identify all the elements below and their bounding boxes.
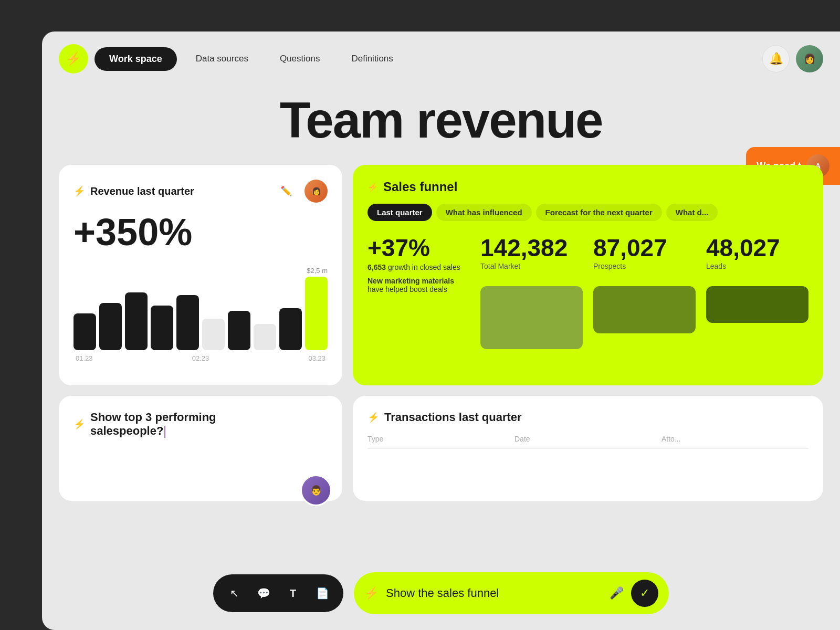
sf-metric-value-1: 142,382 <box>480 236 583 260</box>
nav-bar: ⚡ Work space Data sources Questions Defi… <box>42 32 840 86</box>
bar-item <box>74 313 96 350</box>
cursor-tool-button[interactable]: ↖ <box>220 580 248 607</box>
funnel-bar-3 <box>706 286 808 323</box>
nav-item-data-sources[interactable]: Data sources <box>183 47 261 70</box>
sf-metric-value-2: 87,027 <box>593 236 696 260</box>
tx-col-type: Type <box>368 435 514 443</box>
salespeople-title-row: ⚡ Show top 3 performingsalespeople? <box>74 411 328 438</box>
funnel-bar-2 <box>593 286 696 333</box>
sf-metric-value-0: +37% <box>368 236 470 260</box>
revenue-big-number: +350% <box>74 213 328 251</box>
user-avatar[interactable]: 👩 <box>796 45 823 72</box>
sf-metric-value-3: 48,027 <box>706 236 808 260</box>
search-bar[interactable]: ⚡ Show the sales funnel 🎤 ✓ <box>354 572 669 614</box>
sf-bolt-icon: ⚡ <box>368 182 378 192</box>
bolt-logo-icon: ⚡ <box>66 51 81 66</box>
sf-tab-influenced[interactable]: What has influenced <box>436 204 532 221</box>
tx-col-atto: Atto... <box>662 435 808 443</box>
tx-col-date: Date <box>514 435 662 443</box>
transactions-card: ⚡ Transactions last quarter Type Date At… <box>353 396 823 501</box>
sf-metric-label-1: Total Market <box>480 262 583 270</box>
sales-funnel-header: ⚡ Sales funnel <box>368 180 808 194</box>
text-tool-button[interactable]: T <box>279 580 307 607</box>
sf-metric-0: +37% 6,653 growth in closed sales New ma… <box>368 236 470 349</box>
search-input-text[interactable]: Show the sales funnel <box>386 586 602 600</box>
text-cursor <box>164 426 165 438</box>
logo-button[interactable]: ⚡ <box>59 44 88 74</box>
revenue-edit-icon[interactable]: ✏️ <box>280 185 292 197</box>
bar-item <box>228 311 250 350</box>
axis-label-2: 03.23 <box>308 354 326 362</box>
revenue-bolt-icon: ⚡ <box>74 185 85 197</box>
sales-funnel-title: Sales funnel <box>383 180 457 194</box>
search-bolt-icon: ⚡ <box>364 586 379 600</box>
search-confirm-button[interactable]: ✓ <box>631 580 658 607</box>
sales-funnel-metrics: +37% 6,653 growth in closed sales New ma… <box>368 236 808 349</box>
sf-metric-1: 142,382 Total Market <box>480 236 583 349</box>
toolbar-tools: ↖ 💬 T 📄 <box>213 574 343 612</box>
bar-item <box>305 277 328 350</box>
bar-item <box>176 295 199 350</box>
sf-growth-suffix: growth in closed sales <box>388 263 460 271</box>
sp-bolt-icon: ⚡ <box>74 418 85 430</box>
salespeople-title: Show top 3 performingsalespeople? <box>90 411 216 438</box>
bar-chart <box>74 277 328 350</box>
bar-item <box>254 324 276 350</box>
revenue-card: ⚡ Revenue last quarter ✏️ 👩 +350% $2,5 m… <box>59 165 342 385</box>
main-container: ⚡ Work space Data sources Questions Defi… <box>42 32 840 630</box>
chart-top-label: $2,5 m <box>74 267 328 275</box>
microphone-icon[interactable]: 🎤 <box>610 586 624 600</box>
nav-item-questions[interactable]: Questions <box>267 47 333 70</box>
bell-icon: 🔔 <box>769 52 783 66</box>
nav-item-definitions[interactable]: Definitions <box>339 47 405 70</box>
avatar-image: 👩 <box>796 45 823 72</box>
transactions-title-row: ⚡ Transactions last quarter <box>368 411 808 424</box>
sales-funnel-tabs: Last quarter What has influenced Forecas… <box>368 204 808 221</box>
bar-item <box>99 303 122 350</box>
sf-tab-other[interactable]: What d... <box>666 204 718 221</box>
workspace-tab[interactable]: Work space <box>94 47 177 71</box>
revenue-card-title: Revenue last quarter <box>90 185 194 197</box>
cards-grid: ⚡ Revenue last quarter ✏️ 👩 +350% $2,5 m… <box>42 165 840 501</box>
document-tool-button[interactable]: 📄 <box>309 580 336 607</box>
axis-label-0: 01.23 <box>76 354 93 362</box>
comment-tool-button[interactable]: 💬 <box>250 580 277 607</box>
sf-marketing-bold: New marketing materials <box>368 277 454 285</box>
sf-marketing-suffix: have helped boost deals <box>368 285 447 293</box>
axis-label-1: 02.23 <box>192 354 209 362</box>
sf-metric-2: 87,027 Prospects <box>593 236 696 349</box>
bar-item <box>151 306 173 350</box>
sales-funnel-card: ⚡ Sales funnel Last quarter What has inf… <box>353 165 823 385</box>
bottom-toolbar: ↖ 💬 T 📄 ⚡ Show the sales funnel 🎤 ✓ <box>213 572 669 614</box>
sf-marketing-text: New marketing materials have helped boos… <box>368 277 470 293</box>
sf-growth-bold: 6,653 <box>368 263 386 271</box>
bar-item <box>202 319 225 350</box>
funnel-bar-1 <box>480 286 583 349</box>
bar-item <box>279 308 302 350</box>
sf-growth-text: 6,653 growth in closed sales <box>368 263 470 271</box>
sf-metric-3: 48,027 Leads <box>706 236 808 349</box>
notification-bell[interactable]: 🔔 <box>762 45 790 72</box>
revenue-card-title-row: ⚡ Revenue last quarter <box>74 185 194 197</box>
transactions-table-header: Type Date Atto... <box>368 435 808 449</box>
bar-item <box>125 292 148 350</box>
salespeople-avatar: 👨 <box>300 475 332 506</box>
revenue-card-avatar[interactable]: 👩 <box>304 180 328 203</box>
axis-labels: 01.23 02.23 03.23 <box>74 354 328 362</box>
checkmark-icon: ✓ <box>640 586 649 600</box>
sf-metric-label-3: Leads <box>706 262 808 270</box>
salespeople-card: ⚡ Show top 3 performingsalespeople? 👨 <box>59 396 342 501</box>
tx-bolt-icon: ⚡ <box>368 412 379 423</box>
sf-tab-forecast[interactable]: Forecast for the next quarter <box>536 204 662 221</box>
transactions-title: Transactions last quarter <box>384 411 522 424</box>
revenue-card-header: ⚡ Revenue last quarter ✏️ 👩 <box>74 180 328 203</box>
sf-metric-label-2: Prospects <box>593 262 696 270</box>
sp-avatar-initials: 👨 <box>310 485 322 496</box>
page-title: Team revenue <box>42 91 840 149</box>
sf-tab-last-quarter[interactable]: Last quarter <box>368 204 432 221</box>
